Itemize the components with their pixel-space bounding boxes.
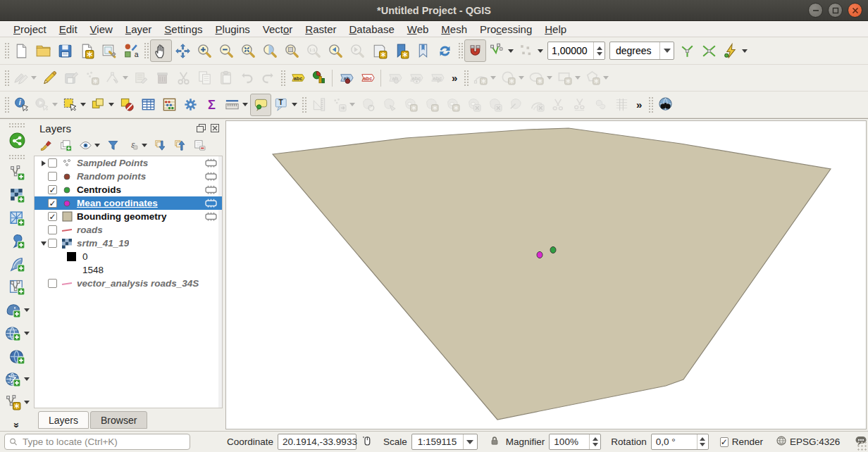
show-statistics-button[interactable]: Σ	[201, 94, 222, 116]
dropdown-arrow-icon[interactable]	[108, 103, 114, 106]
snapping-toggle-button[interactable]	[464, 39, 486, 62]
toggle-editing-button[interactable]	[39, 67, 60, 89]
magnifier-spinbox[interactable]: 100%	[549, 434, 601, 450]
menu-processing[interactable]: Processing	[473, 22, 538, 37]
pan-map-button[interactable]	[150, 39, 172, 62]
dropdown-arrow-icon[interactable]	[142, 144, 147, 147]
menu-database[interactable]: Database	[343, 22, 401, 37]
snapping-intersection-button[interactable]	[698, 39, 720, 62]
menu-help[interactable]: Help	[538, 22, 573, 37]
combo-arrow-icon[interactable]	[659, 42, 674, 59]
dropdown-arrow-icon[interactable]	[94, 144, 100, 147]
select-by-value-button[interactable]	[88, 94, 116, 116]
layer-item-random-points[interactable]: Random points	[35, 170, 222, 183]
show-bookmarks-button[interactable]	[412, 39, 434, 62]
dropdown-arrow-icon[interactable]	[24, 377, 30, 381]
toolbar-grip[interactable]	[463, 69, 469, 87]
field-calculator-button[interactable]	[159, 94, 180, 116]
maximize-button[interactable]	[828, 3, 843, 18]
dropdown-arrow-icon[interactable]	[24, 401, 30, 404]
pin-labels-button[interactable]: ab	[335, 67, 356, 89]
menu-settings[interactable]: Settings	[158, 22, 209, 37]
menu-plugins[interactable]: Plugins	[209, 22, 256, 37]
options-gear-button[interactable]	[180, 94, 201, 116]
dropdown-arrow-icon[interactable]	[519, 76, 524, 80]
toolbar-overflow-button[interactable]: »	[11, 422, 23, 428]
layer-item-roads[interactable]: roads	[35, 223, 222, 237]
toolbar-overflow-button[interactable]: »	[447, 72, 461, 84]
panel-close-icon[interactable]	[209, 123, 220, 133]
dropdown-arrow-icon[interactable]	[508, 49, 514, 53]
toolbar-grip[interactable]	[4, 42, 9, 60]
manage-map-themes-button[interactable]	[77, 137, 102, 154]
dropdown-arrow-icon[interactable]	[349, 103, 355, 106]
layer-visibility-checkbox[interactable]	[48, 279, 57, 288]
pan-to-selection-button[interactable]	[172, 39, 194, 62]
panel-tab-layers[interactable]: Layers	[38, 411, 89, 429]
menu-mesh[interactable]: Mesh	[435, 22, 473, 37]
dropdown-arrow-icon[interactable]	[123, 76, 128, 80]
add-delimited-text-layer-button[interactable]	[6, 232, 28, 251]
layer-item-bounding-geometry[interactable]: ✓Bounding geometry	[35, 210, 222, 223]
toolbar-grip[interactable]	[301, 96, 306, 114]
expander-collapsed-icon[interactable]	[39, 161, 48, 166]
layer-visibility-checkbox[interactable]: ✓	[48, 185, 57, 194]
add-wcs-layer-button[interactable]	[6, 346, 28, 366]
add-virtual-layer-button[interactable]	[2, 392, 32, 412]
dropdown-arrow-icon[interactable]	[575, 76, 581, 80]
dropdown-arrow-icon[interactable]	[24, 308, 30, 312]
zoom-in-button[interactable]	[194, 39, 216, 62]
layer-diagram-button[interactable]	[308, 67, 329, 89]
filter-by-expression-button[interactable]: ε	[124, 137, 149, 154]
save-project-button[interactable]	[54, 39, 76, 62]
extents-toggle-icon[interactable]	[361, 434, 373, 449]
toolbar-grip[interactable]	[4, 96, 9, 114]
layer-visibility-checkbox[interactable]	[48, 158, 57, 168]
snapping-tolerance-spinbox[interactable]	[547, 42, 605, 60]
menu-edit[interactable]: Edit	[53, 22, 84, 37]
zoom-out-button[interactable]	[216, 39, 237, 62]
text-annotation-button[interactable]: T	[271, 94, 299, 116]
add-postgis-layer-button[interactable]	[2, 301, 32, 320]
zoom-to-selection-button[interactable]	[259, 39, 281, 62]
identify-features-button[interactable]: i	[11, 94, 32, 116]
dropdown-arrow-icon[interactable]	[24, 332, 30, 335]
close-button[interactable]	[848, 3, 862, 18]
add-sql-layer-button[interactable]	[6, 277, 28, 297]
toolbar-grip[interactable]	[143, 42, 149, 60]
toolbar-grip[interactable]	[4, 69, 9, 87]
add-wfs-layer-button[interactable]	[2, 370, 32, 389]
menu-view[interactable]: View	[84, 22, 119, 37]
locate-bar[interactable]	[4, 434, 190, 450]
new-bookmark-button[interactable]	[390, 39, 412, 62]
crs-status[interactable]: EPSG:4326	[790, 437, 840, 447]
layer-visibility-checkbox[interactable]	[48, 239, 57, 248]
menu-project[interactable]: Project	[7, 22, 53, 37]
open-layer-styling-button[interactable]	[37, 137, 55, 154]
minimize-button[interactable]	[808, 3, 823, 18]
add-wms-layer-button[interactable]	[2, 324, 32, 344]
layer-visibility-checkbox[interactable]	[48, 225, 57, 234]
layer-item-sampled-points[interactable]: Sampled Points	[35, 156, 222, 170]
panel-tab-browser[interactable]: Browser	[90, 411, 147, 429]
select-features-button[interactable]	[60, 94, 88, 116]
snapping-type-button[interactable]	[516, 39, 545, 62]
highlight-labels-button[interactable]: abc	[356, 67, 378, 89]
panel-float-icon[interactable]	[196, 123, 206, 133]
open-attribute-table-button[interactable]	[137, 94, 159, 116]
dropdown-arrow-icon[interactable]	[547, 76, 552, 80]
add-group-button[interactable]	[57, 137, 75, 154]
add-vector-layer-button[interactable]	[6, 163, 28, 182]
map-canvas[interactable]	[225, 120, 867, 429]
dropdown-arrow-icon[interactable]	[490, 76, 496, 80]
snapping-tolerance-input[interactable]	[548, 42, 593, 59]
zoom-full-button[interactable]	[237, 39, 259, 62]
toolbar-grip[interactable]	[647, 96, 653, 114]
coordinate-field[interactable]: 20.1914,-33.9933	[278, 434, 356, 450]
resize-grip[interactable]	[857, 441, 867, 451]
toolbar-grip[interactable]	[8, 153, 26, 159]
layer-item-srtm-41-19[interactable]: srtm_41_19	[35, 237, 222, 250]
magnifier-lock-icon[interactable]	[489, 435, 500, 449]
layer-visibility-checkbox[interactable]: ✓	[48, 199, 57, 208]
layer-item-vector-analysis-roads-34s[interactable]: vector_analysis roads_34S	[35, 277, 222, 290]
